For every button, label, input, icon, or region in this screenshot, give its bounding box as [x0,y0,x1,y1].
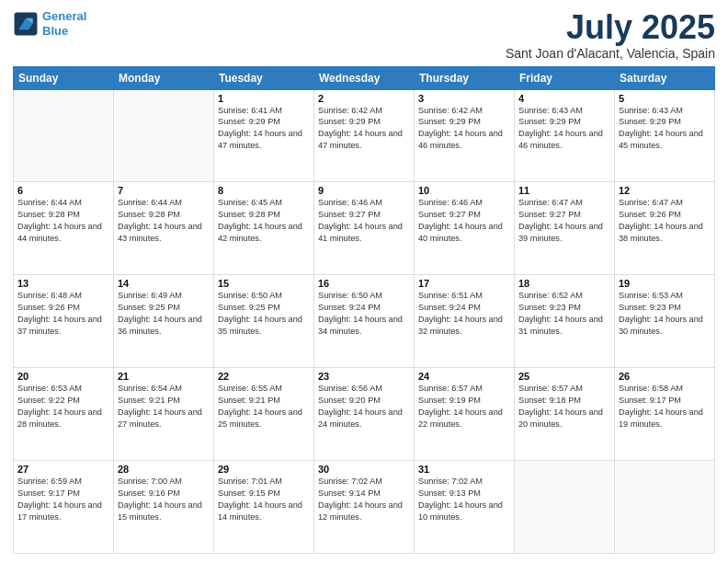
day-number: 7 [118,185,210,196]
day-number: 3 [418,93,510,104]
day-number: 17 [418,278,510,289]
day-number: 26 [619,371,711,382]
calendar-cell: 4Sunrise: 6:43 AMSunset: 9:29 PMDaylight… [515,89,615,182]
day-number: 23 [318,371,410,382]
calendar-header-row: SundayMondayTuesdayWednesdayThursdayFrid… [14,66,715,89]
day-info: Sunrise: 6:41 AMSunset: 9:29 PMDaylight:… [218,105,310,153]
day-info: Sunrise: 6:52 AMSunset: 9:23 PMDaylight:… [518,290,610,338]
calendar-header-saturday: Saturday [615,66,715,89]
calendar-cell: 31Sunrise: 7:02 AMSunset: 9:13 PMDayligh… [415,461,515,554]
calendar-cell: 23Sunrise: 6:56 AMSunset: 9:20 PMDayligh… [314,368,415,461]
day-info: Sunrise: 7:01 AMSunset: 9:15 PMDaylight:… [218,476,310,523]
calendar-cell: 28Sunrise: 7:00 AMSunset: 9:16 PMDayligh… [114,461,214,554]
calendar-cell: 29Sunrise: 7:01 AMSunset: 9:15 PMDayligh… [214,461,314,554]
calendar-cell: 2Sunrise: 6:42 AMSunset: 9:29 PMDaylight… [314,89,415,182]
calendar-header-sunday: Sunday [14,66,114,89]
calendar-header-monday: Monday [114,66,214,89]
calendar-header-wednesday: Wednesday [314,66,415,89]
day-number: 1 [218,93,310,104]
week-row-4: 20Sunrise: 6:53 AMSunset: 9:22 PMDayligh… [14,368,715,461]
day-number: 8 [218,185,310,196]
day-info: Sunrise: 6:46 AMSunset: 9:27 PMDaylight:… [318,197,410,245]
calendar-header-friday: Friday [515,66,615,89]
calendar-cell [615,461,715,554]
calendar-cell: 12Sunrise: 6:47 AMSunset: 9:26 PMDayligh… [615,182,715,275]
calendar-cell: 6Sunrise: 6:44 AMSunset: 9:28 PMDaylight… [14,182,114,275]
day-number: 12 [619,185,711,196]
week-row-2: 6Sunrise: 6:44 AMSunset: 9:28 PMDaylight… [14,182,715,275]
calendar-cell: 27Sunrise: 6:59 AMSunset: 9:17 PMDayligh… [14,461,114,554]
main-title: July 2025 [506,9,715,46]
calendar-cell [515,461,615,554]
day-info: Sunrise: 6:44 AMSunset: 9:28 PMDaylight:… [17,197,109,245]
day-number: 2 [318,93,410,104]
calendar-cell: 11Sunrise: 6:47 AMSunset: 9:27 PMDayligh… [515,182,615,275]
day-info: Sunrise: 6:49 AMSunset: 9:25 PMDaylight:… [118,290,210,338]
day-number: 5 [619,93,711,104]
day-info: Sunrise: 6:51 AMSunset: 9:24 PMDaylight:… [418,290,510,338]
day-info: Sunrise: 6:54 AMSunset: 9:21 PMDaylight:… [118,383,210,431]
header: General Blue July 2025 Sant Joan d'Alaca… [13,9,715,61]
calendar-header-tuesday: Tuesday [214,66,314,89]
day-info: Sunrise: 6:47 AMSunset: 9:27 PMDaylight:… [518,197,610,245]
calendar-cell: 26Sunrise: 6:58 AMSunset: 9:17 PMDayligh… [615,368,715,461]
calendar-cell: 19Sunrise: 6:53 AMSunset: 9:23 PMDayligh… [615,275,715,368]
day-number: 30 [318,464,410,475]
day-info: Sunrise: 6:55 AMSunset: 9:21 PMDaylight:… [218,383,310,431]
day-info: Sunrise: 6:58 AMSunset: 9:17 PMDaylight:… [619,383,711,431]
calendar-cell: 10Sunrise: 6:46 AMSunset: 9:27 PMDayligh… [415,182,515,275]
calendar-cell [114,89,214,182]
day-number: 18 [518,278,610,289]
calendar-cell: 25Sunrise: 6:57 AMSunset: 9:18 PMDayligh… [515,368,615,461]
day-number: 10 [418,185,510,196]
logo-icon [13,11,39,37]
day-info: Sunrise: 6:59 AMSunset: 9:17 PMDaylight:… [17,476,109,523]
calendar-cell: 17Sunrise: 6:51 AMSunset: 9:24 PMDayligh… [415,275,515,368]
calendar-cell: 18Sunrise: 6:52 AMSunset: 9:23 PMDayligh… [515,275,615,368]
calendar-cell: 3Sunrise: 6:42 AMSunset: 9:29 PMDaylight… [415,89,515,182]
calendar-cell: 8Sunrise: 6:45 AMSunset: 9:28 PMDaylight… [214,182,314,275]
day-info: Sunrise: 6:46 AMSunset: 9:27 PMDaylight:… [418,197,510,245]
day-number: 13 [17,278,109,289]
day-number: 19 [619,278,711,289]
calendar-cell: 22Sunrise: 6:55 AMSunset: 9:21 PMDayligh… [214,368,314,461]
day-info: Sunrise: 6:48 AMSunset: 9:26 PMDaylight:… [17,290,109,338]
day-number: 16 [318,278,410,289]
day-info: Sunrise: 7:02 AMSunset: 9:13 PMDaylight:… [418,476,510,523]
day-number: 27 [17,464,109,475]
calendar-cell: 20Sunrise: 6:53 AMSunset: 9:22 PMDayligh… [14,368,114,461]
week-row-1: 1Sunrise: 6:41 AMSunset: 9:29 PMDaylight… [14,89,715,182]
day-info: Sunrise: 6:50 AMSunset: 9:25 PMDaylight:… [218,290,310,338]
calendar-cell: 14Sunrise: 6:49 AMSunset: 9:25 PMDayligh… [114,275,214,368]
day-info: Sunrise: 6:57 AMSunset: 9:19 PMDaylight:… [418,383,510,431]
day-info: Sunrise: 6:45 AMSunset: 9:28 PMDaylight:… [218,197,310,245]
day-info: Sunrise: 6:53 AMSunset: 9:23 PMDaylight:… [619,290,711,338]
logo: General Blue [13,9,86,38]
day-number: 25 [518,371,610,382]
day-info: Sunrise: 6:57 AMSunset: 9:18 PMDaylight:… [518,383,610,431]
calendar-cell: 30Sunrise: 7:02 AMSunset: 9:14 PMDayligh… [314,461,415,554]
calendar-cell: 15Sunrise: 6:50 AMSunset: 9:25 PMDayligh… [214,275,314,368]
subtitle: Sant Joan d'Alacant, Valencia, Spain [506,46,715,61]
day-number: 29 [218,464,310,475]
day-info: Sunrise: 6:42 AMSunset: 9:29 PMDaylight:… [318,105,410,153]
logo-text: General Blue [42,9,86,38]
day-info: Sunrise: 6:42 AMSunset: 9:29 PMDaylight:… [418,105,510,153]
calendar-cell: 24Sunrise: 6:57 AMSunset: 9:19 PMDayligh… [415,368,515,461]
day-info: Sunrise: 6:44 AMSunset: 9:28 PMDaylight:… [118,197,210,245]
day-number: 20 [17,371,109,382]
calendar-cell: 9Sunrise: 6:46 AMSunset: 9:27 PMDaylight… [314,182,415,275]
calendar-cell: 16Sunrise: 6:50 AMSunset: 9:24 PMDayligh… [314,275,415,368]
calendar-cell: 13Sunrise: 6:48 AMSunset: 9:26 PMDayligh… [14,275,114,368]
day-info: Sunrise: 7:00 AMSunset: 9:16 PMDaylight:… [118,476,210,523]
page: General Blue July 2025 Sant Joan d'Alaca… [0,0,728,563]
day-number: 11 [518,185,610,196]
day-number: 4 [518,93,610,104]
day-number: 15 [218,278,310,289]
week-row-3: 13Sunrise: 6:48 AMSunset: 9:26 PMDayligh… [14,275,715,368]
day-number: 6 [17,185,109,196]
day-info: Sunrise: 6:53 AMSunset: 9:22 PMDaylight:… [17,383,109,431]
calendar-cell: 1Sunrise: 6:41 AMSunset: 9:29 PMDaylight… [214,89,314,182]
day-info: Sunrise: 6:43 AMSunset: 9:29 PMDaylight:… [518,105,610,153]
day-number: 21 [118,371,210,382]
